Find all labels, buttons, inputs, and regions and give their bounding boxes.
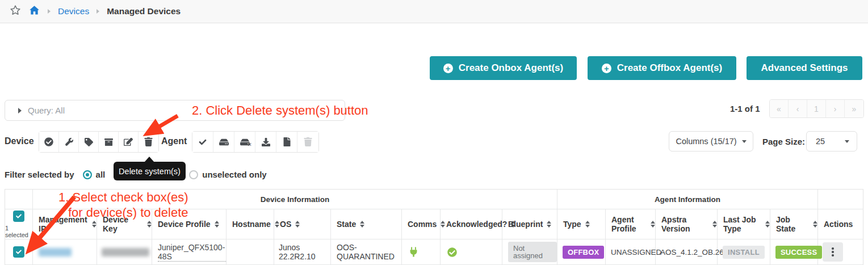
sort-icon[interactable] (92, 221, 97, 228)
col-header-blueprint[interactable]: Blueprint (502, 209, 557, 239)
chevron-down-icon (742, 140, 747, 143)
filter-option-unselected-only[interactable]: unselected only (189, 170, 266, 179)
query-label: Query: All (28, 106, 65, 115)
tooltip-caret-icon (144, 157, 154, 162)
agent-drive-remove-button[interactable]: ✕ (234, 132, 255, 152)
agent-drive-button[interactable] (213, 132, 234, 152)
annotation-step1-line2: for device(s) to delete (68, 205, 188, 220)
create-onbox-agents-button[interactable]: + Create Onbox Agent(s) (430, 56, 577, 80)
agent-trash-button (297, 132, 318, 152)
drive-icon (219, 138, 229, 146)
trash-icon (144, 137, 153, 146)
columns-dropdown[interactable]: Columns (15/17) (669, 131, 753, 152)
agent-file-button[interactable] (276, 132, 297, 152)
expand-triangle-icon (18, 108, 22, 113)
cell-comms (402, 239, 441, 264)
delete-systems-button[interactable] (139, 132, 158, 152)
breadcrumb-link-devices[interactable]: Devices (58, 6, 89, 16)
check-icon (198, 138, 207, 146)
pagination-page-button[interactable]: 1 (807, 100, 826, 117)
archive-button[interactable] (99, 132, 119, 152)
cell-apstra-version: AOS_4.1.2_OB.269 (656, 239, 718, 264)
delete-systems-tooltip: Delete system(s) (114, 162, 186, 180)
advanced-settings-button[interactable]: Advanced Settings (747, 56, 862, 80)
sort-icon[interactable] (147, 221, 152, 228)
check-icon (15, 249, 22, 255)
breadcrumb-separator-icon (97, 9, 99, 14)
cell-last-job-type: INSTALL (718, 239, 770, 264)
col-header-state[interactable]: State (331, 209, 402, 239)
filter-label: Filter selected by (5, 170, 74, 179)
cell-type: OFFBOX (557, 239, 606, 264)
sort-icon[interactable] (765, 221, 770, 228)
sort-icon[interactable] (547, 221, 551, 228)
cell-blueprint: Not assigned (502, 239, 557, 264)
favorite-star-icon[interactable] (10, 5, 21, 18)
sort-icon[interactable] (712, 221, 717, 228)
selected-count: 1 selected (5, 225, 32, 238)
sort-icon[interactable] (295, 221, 300, 228)
set-config-button[interactable] (59, 132, 79, 152)
archive-icon (104, 138, 113, 146)
pagination-range: 1-1 of 1 (730, 104, 760, 113)
remove-x-icon: ✕ (248, 142, 252, 148)
group-header-spacer (818, 190, 864, 209)
col-header-job-state[interactable]: Job State (770, 209, 818, 239)
kebab-menu-icon (832, 247, 834, 250)
pagination-next-button[interactable]: › (826, 100, 845, 117)
device-profile-link[interactable]: Juniper_QFX5100-48S (158, 243, 226, 262)
page-title: Managed Devices (107, 6, 181, 16)
cell-job-state: SUCCESS (770, 239, 818, 264)
wrench-icon (65, 138, 73, 146)
breadcrumb-separator-icon (48, 9, 51, 14)
check-icon (15, 213, 22, 219)
row-select-cell (5, 239, 33, 264)
trash-icon (304, 137, 312, 146)
redacted-management-ip (39, 248, 72, 256)
agent-check-button[interactable] (192, 132, 213, 152)
pagination-first-button[interactable]: « (770, 100, 789, 117)
col-header-type[interactable]: Type (557, 209, 606, 239)
sort-icon[interactable] (651, 221, 655, 228)
col-header-comms[interactable]: Comms (402, 209, 441, 239)
group-header-spacer (5, 190, 33, 209)
sort-icon[interactable] (585, 221, 590, 228)
col-header-agent-profile[interactable]: Agent Profile (606, 209, 656, 239)
pagination-last-button[interactable]: » (845, 100, 863, 117)
sort-icon[interactable] (215, 221, 219, 228)
filter-option-all[interactable]: all (83, 170, 106, 179)
install-download-icon (262, 138, 270, 146)
page-size-select[interactable]: 25 (806, 131, 857, 152)
page-size-label: Page Size: (762, 137, 805, 146)
blueprint-badge: Not assigned (508, 242, 557, 262)
row-actions-menu-button[interactable] (823, 242, 843, 262)
tag-button[interactable] (79, 132, 99, 152)
device-toolbar-label: Device (5, 136, 34, 146)
acknowledge-button[interactable] (39, 132, 59, 152)
radio-checked-icon[interactable] (83, 170, 92, 179)
agent-install-button[interactable] (255, 132, 276, 152)
col-header-acknowledged[interactable]: Acknowledged? (441, 209, 502, 239)
home-icon[interactable] (28, 5, 40, 18)
sort-icon[interactable] (360, 221, 364, 228)
col-header-hostname[interactable]: Hostname (227, 209, 274, 239)
col-header-actions: Actions (818, 209, 864, 239)
col-header-last-job-type[interactable]: Last Job Type (718, 209, 770, 239)
plus-circle-icon: + (443, 64, 453, 73)
row-checkbox[interactable] (13, 246, 24, 258)
create-offbox-agents-button[interactable]: + Create Offbox Agent(s) (588, 56, 736, 80)
device-toolbar (39, 131, 159, 153)
col-header-apstra-version[interactable]: Apstra Version (656, 209, 718, 239)
edit-button[interactable] (119, 132, 139, 152)
cell-management-ip (33, 239, 97, 264)
col-header-os[interactable]: OS (274, 209, 331, 239)
type-badge: OFFBOX (563, 246, 604, 259)
chevron-down-icon (845, 140, 849, 143)
create-onbox-agents-label: Create Onbox Agent(s) (459, 62, 564, 74)
radio-icon[interactable] (189, 170, 198, 179)
pagination-prev-button[interactable]: ‹ (789, 100, 807, 117)
sort-icon[interactable] (813, 221, 817, 228)
select-all-checkbox[interactable] (13, 211, 24, 222)
agent-toolbar: ✕ (192, 131, 319, 153)
plug-connected-icon (408, 246, 420, 258)
